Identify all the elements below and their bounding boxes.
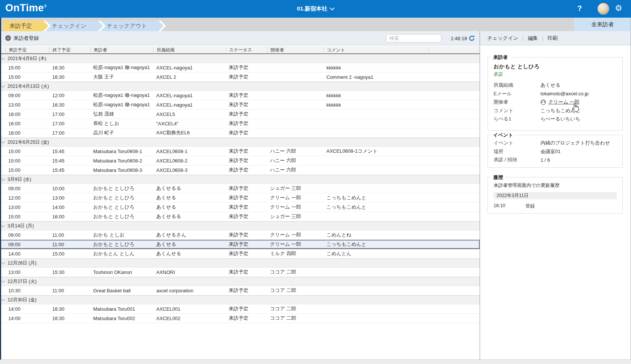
collapse-chevron-icon: [2, 298, 5, 301]
cell-status: 来訪予定: [226, 305, 267, 312]
table-row[interactable]: 09:00 11:00 おかも としお あくせるさん 来訪予定 クリーム 一郎 …: [0, 230, 480, 240]
date-group-row[interactable]: 3月14日 (月): [0, 221, 480, 230]
search-input[interactable]: [386, 34, 441, 42]
field-label-label1: らべる1: [494, 116, 540, 122]
column-header[interactable]: ステータス: [226, 47, 267, 53]
cell-host: ココア 二郎: [267, 315, 323, 322]
cell-end-time: 10:00: [49, 186, 90, 191]
cell-start-time: 15:00: [5, 65, 49, 71]
table-row[interactable]: 16:00 17:00 長松 としお "AXCEL4" 来訪予定: [0, 119, 480, 128]
cell-host: クリーム 一郎: [267, 194, 323, 201]
table-row[interactable]: 12:00 13:00 おかもと としひろ あくせる 来訪予定 クリーム 一郎 …: [0, 193, 480, 203]
register-visitor-button[interactable]: + 来訪者登録: [5, 31, 39, 45]
cell-organization: AXCEL-nagoya1: [153, 102, 226, 108]
table-row[interactable]: 14:00 15:00 おかもとん としん あくんせる 来訪予定 ミルク 四郎 …: [0, 249, 480, 259]
cell-end-time: 11:00: [49, 232, 90, 238]
cell-status: 来訪予定: [226, 250, 267, 257]
cell-status: 来訪予定: [226, 129, 267, 136]
column-header[interactable]: コメント: [323, 47, 429, 53]
location-selector[interactable]: 01.新宿本社: [0, 0, 631, 18]
edit-action[interactable]: 編集: [528, 35, 538, 42]
tab-all-visitors[interactable]: 全来訪者: [574, 18, 631, 31]
event-section-legend: イベント: [491, 132, 515, 138]
table-row[interactable]: 09:00 10:00 おかもと としひろ あくせるる 来訪予定 シュガー 三郎: [0, 184, 480, 193]
history-date-row: 2022年3月11日: [494, 192, 617, 199]
cell-comment: AXCEL0608-1コメント: [323, 148, 429, 155]
tab-visit-schedule[interactable]: 来訪予定: [3, 21, 51, 31]
cell-status: 来訪予定: [226, 204, 267, 211]
table-row[interactable]: 15:00 16:30 松原-nagoya1 徹-nagoya1 AXCEL-n…: [0, 63, 480, 72]
column-header[interactable]: 所属組織: [153, 47, 226, 53]
cell-organization: AXNORI: [153, 269, 226, 275]
cell-comment: kkkkkk: [323, 93, 429, 98]
table-row[interactable]: 16:00 17:00 弘前 茂雄 AXCEL5 来訪予定: [0, 110, 480, 119]
settings-gear-icon[interactable]: ⚙: [615, 3, 622, 13]
cell-end-time: 17:00: [49, 130, 90, 136]
table-row[interactable]: 14:00 16:30 Matsubara Toru001 AXCEL001 来…: [0, 304, 480, 314]
column-header[interactable]: 開催者: [267, 47, 323, 53]
cell-host: ハニー 六郎: [267, 167, 323, 173]
cell-end-time: 16:30: [49, 74, 90, 80]
cell-start-time: 09:00: [5, 242, 49, 247]
column-header[interactable]: 来訪者: [90, 47, 153, 53]
cell-status: 来訪予定: [226, 194, 267, 201]
tab-checkout[interactable]: チェックアウト: [100, 21, 166, 31]
checkin-action[interactable]: チェックイン: [487, 35, 518, 42]
cell-status: 来訪予定: [226, 269, 267, 275]
table-row[interactable]: 16:00 17:00 品川 町子 AXC勤務先EL6 来訪予定: [0, 128, 480, 138]
column-header[interactable]: 来訪予定: [5, 47, 49, 53]
date-group-row[interactable]: 12月30日 (金): [0, 295, 480, 304]
date-group-label: 2021年6月25日 (金): [8, 139, 49, 146]
cell-host: ハニー 六郎: [267, 157, 323, 164]
table-row[interactable]: 15:00 15:45 Matsubara Toru0608-2 AXCEL06…: [0, 156, 480, 165]
cell-host: シュガー 三郎: [267, 185, 323, 192]
cell-end-time: 12:00: [49, 93, 90, 98]
table-row[interactable]: 15:00 16:30 大阪 王子 AXCEL 2 来訪予定 Comment 2…: [0, 72, 480, 82]
cell-status: 来訪予定: [226, 111, 267, 117]
table-row[interactable]: 15:00 15:45 Matsubara Toru0608-1 AXCEL06…: [0, 147, 480, 156]
history-entry: 16:10 登録: [494, 203, 617, 209]
table-row[interactable]: 15:00 16:00 おかもと としひろ あくせるる 来訪予定 シュガー 三郎: [0, 212, 480, 221]
cell-comment: kkkkkk: [323, 102, 429, 108]
date-group-row[interactable]: 12月26日 (月): [0, 259, 480, 268]
cell-organization: あくせる: [153, 204, 226, 211]
refresh-icon[interactable]: [468, 35, 475, 42]
cell-visitor: Great Basket ball: [90, 288, 153, 293]
cell-visitor: Matsubara Toru0608-3: [90, 167, 153, 173]
table-row[interactable]: 15:00 15:45 Matsubara Toru0608-3 AXCEL06…: [0, 165, 480, 175]
cell-end-time: 15:00: [49, 251, 90, 257]
table-row[interactable]: 10:30 11:00 Great Basket ball axcel corp…: [0, 286, 480, 295]
date-group-row[interactable]: 2021年4月8日 (木): [0, 54, 480, 63]
tab-checkin[interactable]: チェックイン: [45, 21, 106, 31]
date-group-row[interactable]: 2021年4月13日 (火): [0, 82, 480, 91]
history-entry-time: 16:10: [494, 203, 525, 209]
cell-comment: こっちもこめんと: [323, 194, 429, 201]
person-icon: [540, 99, 546, 105]
collapse-chevron-icon: [2, 261, 5, 265]
cell-status: 来訪予定: [226, 232, 267, 238]
cell-organization: AXCEL002: [153, 316, 226, 321]
table-row[interactable]: 13:00 16:30 松原-nagoya1 徹-nagoya1 AXCEL-n…: [0, 100, 480, 110]
table-row[interactable]: 09:00 11:00 おかもと としひろ あくせる 来訪予定 クリーム 一郎 …: [0, 240, 480, 249]
table-row[interactable]: 13:00 14:00 おかもと としひろ あくせる 来訪予定 クリーム 一郎 …: [0, 203, 480, 212]
host-link[interactable]: クリーム 一郎: [548, 99, 580, 105]
cell-comment: こめんとん: [323, 250, 429, 257]
date-group-row[interactable]: 2021年6月25日 (金): [0, 138, 480, 147]
cell-visitor: 松原-nagoya1 徹-nagoya1: [90, 92, 153, 99]
visit-table: 来訪予定終了予定来訪者所属組織ステータス開催者コメント 2021年4月8日 (木…: [0, 45, 480, 359]
table-row[interactable]: 09:00 12:00 松原-nagoya1 徹-nagoya1 AXCEL-n…: [0, 91, 480, 100]
table-row[interactable]: 13:00 15:30 Toshinori OKanori AXNORI 来訪予…: [0, 268, 480, 277]
field-label-org: 所属組織: [494, 82, 540, 89]
date-group-row[interactable]: 3月9日 (水): [0, 175, 480, 184]
visitor-status-badge: 承諾: [494, 71, 617, 78]
column-header[interactable]: 終了予定: [49, 47, 90, 53]
user-avatar[interactable]: [598, 3, 609, 15]
cell-comment: こめんとね: [323, 232, 429, 238]
cell-status: 来訪予定: [226, 148, 267, 155]
table-row[interactable]: 14:00 16:30 Matsubara Toru002 AXCEL002 来…: [0, 314, 480, 323]
date-group-row[interactable]: 12月27日 (火): [0, 277, 480, 286]
history-entry-action: 登録: [525, 203, 535, 209]
help-button[interactable]: ?: [577, 4, 582, 13]
cell-visitor: Toshinori OKanori: [90, 269, 153, 275]
print-action[interactable]: 印刷: [548, 35, 558, 42]
